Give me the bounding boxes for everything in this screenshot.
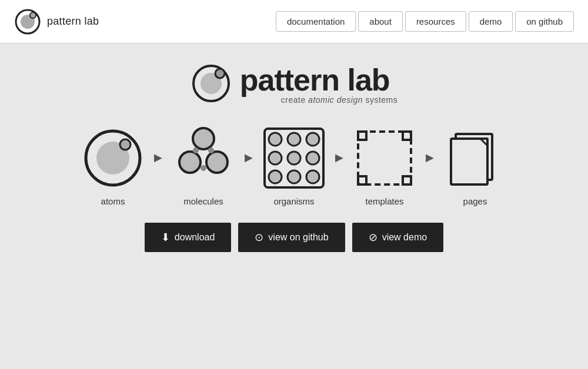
view-demo-button[interactable]: ⊘ view demo: [352, 223, 443, 252]
arrow-1: ▶: [154, 151, 162, 164]
logo-icon: [14, 8, 41, 35]
download-icon: ⬇: [161, 231, 170, 244]
svg-point-9: [193, 128, 214, 149]
svg-rect-26: [358, 132, 366, 140]
download-label: download: [175, 232, 215, 243]
atoms-label: atoms: [101, 196, 125, 206]
hero-subtitle-atomic: atomic: [308, 95, 334, 105]
nav-about[interactable]: about: [358, 11, 403, 32]
hero-subtitle-design: design: [337, 95, 363, 105]
pages-icon: [443, 126, 507, 190]
svg-point-11: [206, 152, 228, 173]
organisms-icon: [262, 126, 326, 190]
svg-point-19: [269, 152, 282, 165]
logo-text: pattern lab: [47, 15, 99, 28]
icon-item-pages: pages: [434, 126, 516, 206]
github-icon: ⊙: [255, 231, 263, 244]
svg-point-22: [269, 170, 282, 183]
arrow-2: ▶: [245, 151, 253, 164]
svg-point-16: [269, 133, 282, 146]
svg-point-17: [288, 133, 300, 146]
svg-point-5: [215, 69, 225, 78]
svg-rect-31: [451, 139, 487, 184]
svg-point-14: [201, 165, 206, 171]
logo-area[interactable]: pattern lab: [14, 8, 99, 35]
molecules-icon: [171, 126, 236, 190]
icons-row: atoms ▶ molecules ▶: [72, 126, 516, 206]
organisms-label: organisms: [273, 196, 314, 206]
demo-icon: ⊘: [369, 231, 377, 244]
svg-point-24: [306, 170, 319, 183]
atoms-icon: [81, 126, 145, 190]
arrow-3: ▶: [335, 151, 343, 164]
arrow-4: ▶: [426, 151, 434, 164]
svg-point-23: [288, 170, 300, 183]
svg-point-18: [306, 133, 319, 146]
templates-icon: [352, 126, 417, 190]
hero-logo-icon: [191, 63, 232, 104]
svg-point-13: [208, 147, 214, 153]
molecules-label: molecules: [183, 196, 223, 206]
view-on-github-label: view on github: [268, 232, 328, 243]
hero-section: pattern lab create atomic design systems…: [0, 43, 588, 252]
nav-documentation[interactable]: documentation: [276, 11, 356, 32]
view-demo-label: view demo: [382, 232, 427, 243]
pages-label: pages: [463, 196, 487, 206]
buttons-row: ⬇ download ⊙ view on github ⊘ view demo: [145, 223, 443, 252]
svg-point-20: [288, 152, 300, 165]
nav-resources[interactable]: resources: [405, 11, 466, 32]
svg-point-12: [193, 147, 199, 153]
svg-point-8: [120, 139, 131, 150]
hero-subtitle: create atomic design systems: [281, 95, 397, 105]
svg-point-2: [30, 12, 36, 18]
hero-brand: pattern lab create atomic design systems: [191, 62, 397, 105]
navbar: pattern lab documentation about resource…: [0, 0, 588, 43]
templates-label: templates: [365, 196, 403, 206]
icon-item-atoms: atoms: [72, 126, 154, 206]
icon-item-organisms: organisms: [253, 126, 335, 206]
icon-item-templates: templates: [343, 126, 426, 206]
svg-point-10: [179, 152, 201, 173]
nav-demo[interactable]: demo: [469, 11, 513, 32]
svg-point-21: [306, 152, 319, 165]
nav-links: documentation about resources demo on gi…: [276, 11, 574, 32]
icon-item-molecules: molecules: [162, 126, 245, 206]
svg-rect-29: [403, 176, 411, 184]
hero-title: pattern lab: [240, 62, 397, 98]
nav-on-github[interactable]: on github: [515, 11, 574, 32]
view-on-github-button[interactable]: ⊙ view on github: [238, 223, 345, 252]
download-button[interactable]: ⬇ download: [145, 223, 232, 252]
